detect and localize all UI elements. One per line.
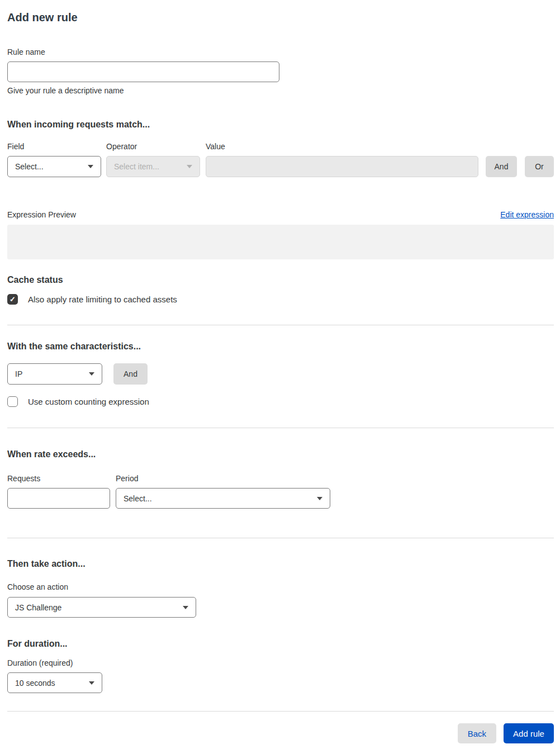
cached-assets-checkbox-label[interactable]: Also apply rate limiting to cached asset… [28, 295, 177, 304]
and-button[interactable]: And [486, 156, 517, 177]
chevron-down-icon [187, 165, 192, 168]
duration-label: Duration (required) [7, 658, 554, 668]
requests-label: Requests [7, 474, 110, 483]
operator-group: Operator Select item... [106, 142, 200, 177]
period-label: Period [116, 474, 330, 483]
expression-preview-box [7, 225, 554, 259]
rate-exceeds-heading: When rate exceeds... [7, 449, 554, 459]
period-group: Period Select... [116, 474, 330, 509]
chevron-down-icon [89, 372, 94, 376]
section-divider [7, 538, 554, 538]
rule-name-group: Rule name Give your rule a descriptive n… [7, 48, 554, 96]
rule-name-label: Rule name [7, 48, 554, 57]
field-select[interactable]: Select... [7, 156, 101, 177]
action-select-value: JS Challenge [15, 603, 61, 612]
period-select-value: Select... [124, 494, 152, 503]
section-divider [7, 325, 554, 325]
or-button[interactable]: Or [525, 156, 554, 177]
value-input [206, 156, 478, 177]
take-action-heading: Then take action... [7, 558, 554, 569]
cache-status-heading: Cache status [7, 274, 554, 285]
duration-select[interactable]: 10 seconds [7, 672, 102, 693]
requests-input[interactable] [7, 488, 110, 509]
characteristics-and-button[interactable]: And [113, 363, 148, 385]
back-button[interactable]: Back [458, 723, 496, 743]
cached-assets-checkbox[interactable]: ✓ [7, 294, 18, 305]
section-divider [7, 428, 554, 428]
chevron-down-icon [183, 606, 188, 609]
value-group: Value [206, 142, 478, 177]
expression-preview-label: Expression Preview [7, 210, 76, 220]
rate-controls-row: Requests Period Select... [7, 474, 554, 509]
rule-name-input[interactable] [7, 61, 279, 82]
characteristic-select-value: IP [15, 369, 22, 378]
chevron-down-icon [317, 497, 322, 500]
match-section-heading: When incoming requests match... [7, 119, 554, 130]
requests-group: Requests [7, 474, 110, 509]
edit-expression-link[interactable]: Edit expression [500, 210, 554, 219]
action-select[interactable]: JS Challenge [7, 597, 196, 618]
expression-preview-header: Expression Preview Edit expression [7, 210, 554, 220]
add-new-rule-form: Add new rule Rule name Give your rule a … [0, 0, 560, 749]
period-select[interactable]: Select... [116, 488, 330, 509]
chevron-down-icon [88, 165, 93, 168]
field-select-value: Select... [15, 162, 44, 171]
custom-counting-row: Use custom counting expression [7, 396, 554, 407]
value-label: Value [206, 142, 478, 151]
footer-divider [7, 711, 554, 712]
add-rule-button[interactable]: Add rule [504, 723, 554, 743]
cache-checkbox-row: ✓ Also apply rate limiting to cached ass… [7, 294, 554, 305]
custom-counting-checkbox[interactable] [7, 396, 18, 407]
operator-label: Operator [106, 142, 200, 151]
choose-action-label: Choose an action [7, 582, 554, 592]
duration-select-value: 10 seconds [15, 679, 55, 688]
operator-select: Select item... [106, 156, 200, 177]
custom-counting-checkbox-label[interactable]: Use custom counting expression [28, 397, 149, 406]
field-label: Field [7, 142, 101, 151]
for-duration-heading: For duration... [7, 638, 554, 649]
footer-actions: Back Add rule [7, 723, 554, 743]
characteristic-select[interactable]: IP [7, 363, 102, 385]
page-title: Add new rule [7, 11, 554, 24]
checkmark-icon: ✓ [10, 296, 16, 303]
field-group: Field Select... [7, 142, 101, 177]
rule-name-helper: Give your rule a descriptive name [7, 86, 554, 96]
characteristics-row: IP And [7, 363, 554, 385]
operator-select-value: Select item... [114, 162, 159, 171]
chevron-down-icon [89, 681, 94, 685]
match-controls-row: Field Select... Operator Select item... … [7, 142, 554, 177]
characteristics-heading: With the same characteristics... [7, 341, 554, 352]
